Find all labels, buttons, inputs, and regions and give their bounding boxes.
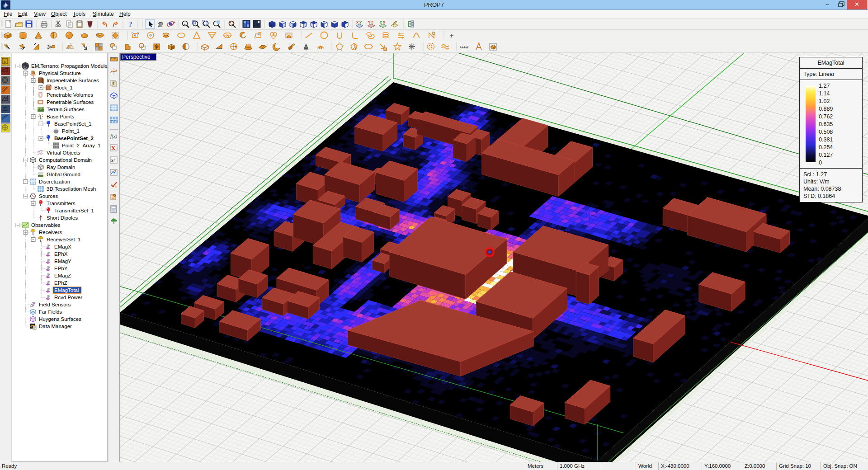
svg-text:Penetrable Volumes: Penetrable Volumes [47, 92, 93, 98]
svg-text:Observables: Observables [31, 222, 61, 228]
svg-text:Physical Structure: Physical Structure [39, 70, 81, 76]
svg-text:Data Manager: Data Manager [39, 324, 72, 329]
svg-text:EM.Terrano: Propagation Module: EM.Terrano: Propagation Module [31, 63, 107, 69]
svg-text:BasePointSet_1: BasePointSet_1 [54, 121, 91, 127]
svg-text:BasePointSet_2: BasePointSet_2 [54, 136, 94, 141]
svg-text:Z: Z [380, 20, 382, 24]
svg-text:f(x): f(x) [110, 133, 118, 139]
svg-text:−: − [32, 237, 34, 242]
svg-text:X: X [111, 145, 116, 151]
svg-text:−: − [40, 136, 42, 141]
svg-text:X: X [383, 20, 386, 24]
svg-text:Point_1: Point_1 [62, 128, 80, 134]
svg-text:EMagY: EMagY [54, 258, 71, 264]
svg-text:Impenetrable Surfaces: Impenetrable Surfaces [47, 78, 99, 83]
svg-text:Z: Z [371, 20, 373, 24]
svg-text:Sources: Sources [39, 193, 58, 199]
svg-text:Rcvd Power: Rcvd Power [54, 295, 82, 300]
svg-text:EPhX: EPhX [54, 251, 68, 257]
svg-text:x²: x² [111, 158, 115, 163]
svg-text:Huygens Surfaces: Huygens Surfaces [39, 316, 81, 322]
svg-text:Receivers: Receivers [39, 230, 62, 235]
svg-text:Computational Domain: Computational Domain [39, 157, 92, 163]
svg-text:Virtual Objects: Virtual Objects [47, 150, 80, 155]
svg-text:Point_2_Array_1: Point_2_Array_1 [62, 143, 101, 148]
svg-text:Y: Y [359, 20, 362, 24]
svg-text:Base Points: Base Points [47, 114, 75, 119]
svg-text:€: € [113, 82, 114, 85]
svg-text:Field Sensors: Field Sensors [39, 302, 71, 307]
svg-text:−: − [24, 194, 27, 198]
svg-text:EPhY: EPhY [54, 266, 68, 271]
svg-text:3D Tessellation Mesh: 3D Tessellation Mesh [47, 186, 96, 192]
svg-text:ReceiverSet_1: ReceiverSet_1 [47, 237, 80, 242]
svg-text:Ray Domain: Ray Domain [47, 164, 75, 170]
svg-text:?: ? [128, 20, 132, 28]
svg-text:Far Fields: Far Fields [39, 309, 62, 315]
svg-text:EMagTotal: EMagTotal [54, 287, 79, 293]
svg-text:X: X [356, 20, 359, 24]
svg-text:−: − [17, 223, 19, 227]
svg-text:Global Ground: Global Ground [47, 172, 80, 177]
svg-text:Block_1: Block_1 [54, 85, 73, 90]
svg-text:Short Dipoles: Short Dipoles [47, 215, 78, 221]
svg-text:Y: Y [368, 20, 371, 24]
svg-text:EMagZ: EMagZ [54, 273, 71, 278]
svg-text:Penetrable Surfaces: Penetrable Surfaces [47, 99, 94, 105]
svg-text:Transmitters: Transmitters [47, 201, 75, 206]
svg-text:Terrain Surfaces: Terrain Surfaces [47, 107, 85, 112]
svg-text:TransmitterSet_1: TransmitterSet_1 [54, 208, 94, 213]
svg-text:EPhZ: EPhZ [54, 280, 67, 286]
svg-text:−: − [17, 64, 19, 68]
svg-text:+: + [40, 85, 42, 90]
svg-text:+: + [184, 23, 186, 27]
svg-text:EMagX: EMagX [54, 244, 71, 249]
svg-text:Discretization: Discretization [39, 179, 70, 184]
